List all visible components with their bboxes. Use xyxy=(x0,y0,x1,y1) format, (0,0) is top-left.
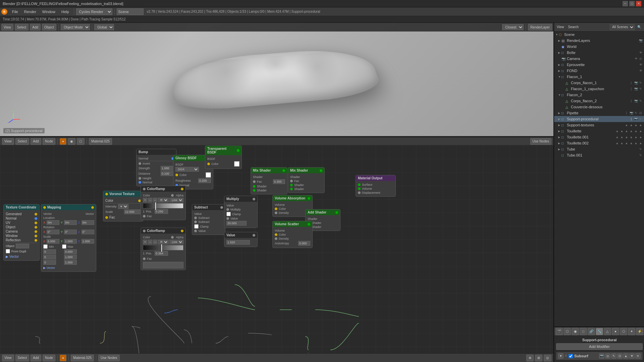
cr1-remove-btn[interactable]: − xyxy=(148,198,152,202)
material-output-node[interactable]: Material Output Surface Volume Displacem… xyxy=(356,175,396,197)
t002-1[interactable]: ▲ xyxy=(615,141,619,145)
prop-render-btn[interactable]: 🎬 xyxy=(555,328,563,335)
f1c-eye[interactable]: | xyxy=(629,87,633,90)
t002-2[interactable]: ▲ xyxy=(620,141,624,145)
cr1-pos-input[interactable] xyxy=(155,209,168,214)
mapping-max-x[interactable] xyxy=(64,249,77,254)
t002-4[interactable]: ▲ xyxy=(629,141,633,145)
cr2-rgb-select[interactable]: RGB xyxy=(158,240,169,244)
modifier-render-btn[interactable]: ◎ xyxy=(605,353,610,359)
cf1-pen[interactable]: ✎ xyxy=(639,81,643,84)
cr1-stop-marker[interactable] xyxy=(155,202,156,210)
prop-particles-btn[interactable]: ✦ xyxy=(628,328,635,335)
node-bottom-icon-btn-3[interactable]: ◎ xyxy=(544,355,551,361)
pip-eye[interactable]: | xyxy=(625,111,629,115)
pip-extra[interactable]: ⊡ xyxy=(639,111,643,115)
cr2-gradient-bar[interactable] xyxy=(143,245,183,250)
mapping-min-x[interactable] xyxy=(43,249,56,254)
volume-scatter-node[interactable]: Volume Scatter Volume Color Density xyxy=(272,221,313,248)
node-bottom-select-btn[interactable]: Select xyxy=(15,355,30,361)
node-composite-type-btn[interactable]: ◉ xyxy=(68,138,75,145)
mapping-scale-x[interactable] xyxy=(47,239,59,244)
prop-scene-btn[interactable]: ⬡ xyxy=(564,328,571,335)
outliner-search-btn[interactable]: Search xyxy=(567,25,580,29)
node-material-type-btn[interactable]: ● xyxy=(60,138,66,145)
value-node[interactable]: Value xyxy=(224,232,258,247)
outliner-item-camera[interactable]: 📷 Camera 👁 ◎ xyxy=(554,56,644,62)
t001-4[interactable]: ▲ xyxy=(629,135,633,139)
sp-pen[interactable]: ✎ xyxy=(639,117,643,121)
mix-shader-2-node[interactable]: Mix Shader Shader Fac Shader xyxy=(288,167,325,193)
voronoi-texture-node[interactable]: Voronoi Texture Color Intensity ▾ Scale xyxy=(103,191,143,222)
multiply-clamp-check[interactable] xyxy=(226,212,231,216)
boite-eye[interactable]: 👁 xyxy=(639,51,643,54)
modifier-up-btn[interactable]: ▲ xyxy=(623,353,629,359)
prop-object-btn[interactable]: □ xyxy=(580,328,587,335)
prop-texture-btn[interactable]: ⬡ xyxy=(620,328,627,335)
mapping-min-z[interactable] xyxy=(43,260,56,265)
modifier-down-btn[interactable]: ▼ xyxy=(629,353,635,359)
cf1-cam[interactable]: 📷 xyxy=(634,81,638,84)
mapping-rot-z[interactable] xyxy=(82,230,94,234)
value-input[interactable] xyxy=(226,240,250,245)
transparent-bsdf-node[interactable]: Transparent BSDF BSDF Color xyxy=(205,145,242,169)
tc-from-dup-check[interactable] xyxy=(6,249,10,253)
modifier-cage-btn[interactable]: ⊡ xyxy=(617,353,623,359)
mix1-fac-input[interactable] xyxy=(273,179,285,184)
mapping-max-z[interactable] xyxy=(64,260,77,265)
outliner-item-flacon1[interactable]: ▼ □ Flacon_1 xyxy=(554,74,644,80)
node-use-nodes-btn[interactable]: Use Nodes xyxy=(530,138,551,145)
bump-strength-input[interactable] xyxy=(161,166,174,171)
glossy-distribution-select[interactable]: GGX xyxy=(175,167,199,172)
outliner-item-corps-flacon2[interactable]: △ Corps_flacon_2 | 📷 ✎ xyxy=(554,98,644,104)
bump-distance-input[interactable] xyxy=(161,171,174,176)
viewport-add-menu[interactable]: Add xyxy=(30,24,41,31)
vol-scatter-anisotropy-input[interactable] xyxy=(298,241,310,246)
outliner-item-fond[interactable]: ▶ □ FOND 👁 xyxy=(554,68,644,74)
tc-object-input[interactable] xyxy=(16,244,29,248)
t1-3[interactable]: ▲ xyxy=(625,129,629,133)
st-1[interactable]: ▲ xyxy=(625,123,629,127)
cr2-flip-btn[interactable]: ↔ xyxy=(153,240,157,244)
sp-cam[interactable]: 📷 xyxy=(634,117,638,121)
t1-6[interactable]: ▲ xyxy=(639,129,643,133)
t001-1[interactable]: ▲ xyxy=(615,135,619,139)
color-ramp-1-node[interactable]: ColorRamp Color Alpha + − ↔ RGB xyxy=(141,186,186,220)
node-bottom-add-btn[interactable]: Add xyxy=(31,355,41,361)
cr2-pos-input[interactable] xyxy=(155,251,168,256)
render-engine-select[interactable]: Cycles Render Blender Render xyxy=(76,8,112,15)
st-2[interactable]: ▲ xyxy=(629,123,633,127)
f1c-pen[interactable]: ✎ xyxy=(639,87,643,90)
glossy-roughness-input[interactable] xyxy=(198,178,211,183)
outliner-item-support-procedural[interactable]: ▶ □ Support-procedural | 📷 ✎ xyxy=(554,116,644,122)
node-bottom-node-btn[interactable]: Node xyxy=(43,355,55,361)
glossy-color-swatch[interactable] xyxy=(206,172,211,178)
camera-eye[interactable]: 👁 xyxy=(634,57,638,60)
node-bottom-icon-btn-2[interactable]: ⊞ xyxy=(535,355,542,361)
cr2-add-btn[interactable]: + xyxy=(143,240,147,244)
cr1-rgb-select[interactable]: RGB xyxy=(158,198,169,202)
t1-2[interactable]: ▲ xyxy=(620,129,624,133)
prop-physics-btn[interactable]: ⚡ xyxy=(636,328,643,335)
viewport-clip-select[interactable]: Closest xyxy=(502,24,524,30)
cr2-remove-btn[interactable]: − xyxy=(148,240,152,244)
outliner-item-eprouvette[interactable]: ▶ □ Eprouvette 👁 xyxy=(554,62,644,68)
outliner-item-flacon1-capuchon[interactable]: △ Flacon_1_capuchon | 📷 ✎ xyxy=(554,86,644,92)
outliner-item-touillette[interactable]: ▶ □ Touillette ▲ ▲ ▲ ▲ ▲ ▲ xyxy=(554,128,644,134)
menu-window[interactable]: Window xyxy=(40,9,58,14)
viewport-object-menu[interactable]: Object xyxy=(42,24,56,31)
subtract-clamp-check[interactable] xyxy=(194,224,199,229)
outliner-item-flacon2[interactable]: ▼ □ Flacon_2 xyxy=(554,92,644,98)
viewport-pivot-select[interactable]: Global Local xyxy=(94,24,114,30)
outliner-item-touillette-002[interactable]: ▶ □ Touillette.002 ▲ ▲ ▲ ▲ ▲ ▲ xyxy=(554,140,644,146)
mapping-min-check[interactable] xyxy=(43,244,48,249)
t001-5[interactable]: ▲ xyxy=(634,135,638,139)
transparent-color-swatch[interactable] xyxy=(234,161,239,167)
mix-shader-1-node[interactable]: Mix Shader Shader Fac Shader xyxy=(251,167,287,194)
prop-modifier-btn[interactable]: 🔧 xyxy=(596,328,603,335)
outliner-item-boite[interactable]: ▶ □ Boîte 👁 xyxy=(554,50,644,56)
t001-pen[interactable]: ✎ xyxy=(639,154,643,157)
outliner-item-pipette[interactable]: ▶ □ Pipette | 📷 ✎ ⊡ xyxy=(554,110,644,116)
camera-render[interactable]: ◎ xyxy=(639,57,643,60)
viewport-select-menu[interactable]: Select xyxy=(15,24,29,31)
